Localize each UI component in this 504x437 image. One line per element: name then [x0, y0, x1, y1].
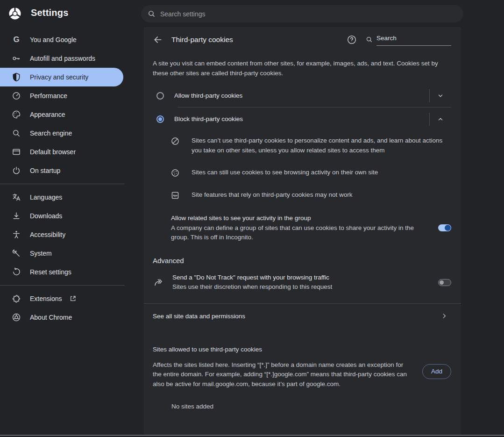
- chrome-logo-icon: [12, 313, 21, 322]
- allowed-sites-section: Sites allowed to use third-party cookies…: [153, 346, 451, 410]
- setting-description: A company can define a group of sites th…: [171, 223, 419, 243]
- back-button[interactable]: [150, 32, 166, 48]
- content-header: Third-party cookies: [153, 27, 451, 52]
- setting-description: Sites use their discretion when respondi…: [172, 282, 420, 292]
- option-label: Allow third-party cookies: [174, 92, 429, 99]
- external-link-icon: [69, 295, 77, 302]
- content-panel: Third-party cookies A site you visit can…: [144, 27, 461, 435]
- sidebar-divider: [0, 285, 125, 286]
- app-title: Settings: [31, 7, 69, 18]
- chevron-right-icon: [441, 313, 447, 319]
- setting-title: Send a "Do Not Track" request with your …: [172, 274, 329, 281]
- see-all-site-data-row[interactable]: See all site data and permissions: [153, 304, 451, 329]
- detail-item: Sites can’t use third-party cookies to p…: [171, 136, 451, 155]
- blocked-circle-icon: [171, 137, 179, 145]
- magnifier-icon: [12, 129, 21, 138]
- site-feature-icon: [171, 191, 179, 200]
- detail-text: Sites can still use cookies to see brows…: [192, 168, 378, 178]
- sidebar-item-label: Accessibility: [30, 231, 65, 238]
- section-title: Sites allowed to use third-party cookies: [153, 346, 451, 353]
- do-not-track-setting: Send a "Do Not Track" request with your …: [153, 273, 451, 292]
- empty-list-text: No sites added: [171, 403, 451, 410]
- page-title: Third-party cookies: [171, 36, 233, 44]
- intro-text: A site you visit can embed content from …: [153, 59, 447, 78]
- power-icon: [12, 166, 21, 175]
- search-icon: [366, 36, 373, 43]
- sidebar-item-label: Default browser: [30, 148, 76, 156]
- sidebar-item-label: System: [30, 250, 52, 257]
- wrench-icon: [12, 249, 21, 258]
- sidebar-item-label: Autofill and passwords: [30, 55, 95, 62]
- add-site-button[interactable]: Add: [422, 364, 451, 379]
- sidebar-item-search-engine[interactable]: Search engine: [0, 124, 144, 143]
- sidebar-item-extensions[interactable]: Extensions: [0, 289, 144, 308]
- sidebar-divider: [0, 184, 125, 184]
- detail-item: Site features that rely on third-party c…: [171, 190, 451, 200]
- sidebar-item-label: Languages: [30, 193, 62, 201]
- help-button[interactable]: [344, 32, 360, 48]
- detail-text: Site features that rely on third-party c…: [192, 190, 352, 200]
- sidebar-item-about-chrome[interactable]: About Chrome: [0, 308, 144, 327]
- sidebar-item-label: Appearance: [30, 111, 65, 118]
- radio-unselected[interactable]: [156, 92, 164, 100]
- block-option-details: Sites can’t use third-party cookies to p…: [153, 136, 451, 200]
- sidebar-item-label: Reset settings: [30, 268, 71, 276]
- radio-selected[interactable]: [156, 115, 164, 123]
- sidebar-item-label: Search engine: [30, 129, 72, 137]
- cookie-icon: [171, 169, 179, 177]
- sidebar-item-privacy-and-security[interactable]: Privacy and security: [0, 68, 123, 86]
- browser-window-icon: [12, 147, 21, 157]
- top-bar: Settings: [0, 0, 504, 27]
- sidebar-item-appearance[interactable]: Appearance: [0, 105, 144, 124]
- sidebar-item-system[interactable]: System: [0, 244, 144, 263]
- google-g-icon: G: [12, 35, 21, 44]
- sidebar-item-on-startup[interactable]: On startup: [0, 161, 144, 180]
- advanced-section-label: Advanced: [153, 257, 451, 265]
- expand-button[interactable]: [430, 87, 451, 104]
- download-icon: [12, 211, 21, 221]
- sidebar-item-autofill[interactable]: Autofill and passwords: [0, 49, 144, 68]
- sidebar-item-label: Downloads: [30, 212, 62, 220]
- option-block-third-party-cookies[interactable]: Block third-party cookies: [153, 107, 451, 130]
- sidebar-item-accessibility[interactable]: Accessibility: [0, 225, 144, 244]
- do-not-track-icon: [154, 278, 163, 287]
- do-not-track-toggle[interactable]: [438, 279, 451, 286]
- setting-text: Allow related sites to see your activity…: [171, 214, 438, 243]
- speedometer-icon: [12, 91, 21, 100]
- sidebar-item-label: On startup: [30, 167, 60, 174]
- settings-search-bar[interactable]: [141, 5, 463, 22]
- setting-title: Allow related sites to see your activity…: [171, 215, 311, 222]
- window-bottom-edge: [0, 435, 504, 437]
- search-icon: [148, 10, 156, 18]
- sidebar-item-downloads[interactable]: Downloads: [0, 207, 144, 225]
- page-search: [366, 34, 451, 46]
- option-label: Block third-party cookies: [174, 115, 429, 122]
- sidebar-item-label: Extensions: [30, 295, 62, 302]
- sidebar-item-label: Privacy and security: [30, 73, 88, 81]
- palette-icon: [12, 110, 21, 119]
- shield-icon: [12, 72, 21, 82]
- sidebar-item-label: You and Google: [30, 36, 77, 43]
- collapse-button[interactable]: [430, 111, 451, 128]
- sidebar-item-reset-settings[interactable]: Reset settings: [0, 263, 144, 281]
- row-label: See all site data and permissions: [153, 313, 441, 320]
- setting-text: Send a "Do Not Track" request with your …: [172, 273, 438, 292]
- sidebar-item-languages[interactable]: Languages: [0, 188, 144, 207]
- detail-text: Sites can’t use third-party cookies to p…: [192, 136, 449, 155]
- sidebar-item-label: About Chrome: [30, 314, 72, 321]
- sidebar-item-you-and-google[interactable]: G You and Google: [0, 30, 144, 49]
- settings-search-input[interactable]: [160, 10, 440, 18]
- sidebar-item-label: Performance: [30, 92, 67, 100]
- cookie-options: Allow third-party cookies Block third-pa…: [153, 84, 451, 243]
- detail-item: Sites can still use cookies to see brows…: [171, 168, 451, 178]
- sidebar: G You and Google Autofill and passwords …: [0, 27, 144, 435]
- sidebar-item-default-browser[interactable]: Default browser: [0, 143, 144, 161]
- translate-icon: [12, 193, 21, 202]
- sidebar-item-performance[interactable]: Performance: [0, 86, 144, 105]
- related-sites-toggle[interactable]: [438, 224, 451, 231]
- page-search-input[interactable]: [376, 34, 451, 46]
- section-description: Affects the sites listed here. Inserting…: [153, 360, 413, 389]
- puzzle-icon: [12, 294, 21, 303]
- option-allow-third-party-cookies[interactable]: Allow third-party cookies: [153, 84, 451, 107]
- restore-icon: [12, 267, 21, 277]
